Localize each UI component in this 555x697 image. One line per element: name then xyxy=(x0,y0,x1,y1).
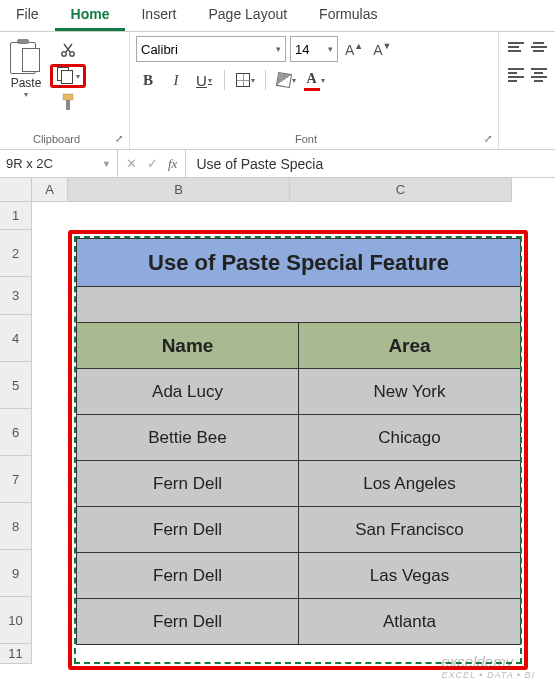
row-header[interactable]: 5 xyxy=(0,362,32,409)
tab-home[interactable]: Home xyxy=(55,0,126,31)
table-row: Fern DellLos Angeles xyxy=(77,461,521,507)
italic-button[interactable]: I xyxy=(164,68,188,92)
svg-point-0 xyxy=(62,52,66,56)
cell-area[interactable]: San Francisco xyxy=(299,507,521,553)
cell-name[interactable]: Fern Dell xyxy=(77,553,299,599)
font-family-value: Calibri xyxy=(141,42,178,57)
clipboard-group-label: Clipboard ⤢ xyxy=(6,133,123,147)
row-header[interactable]: 8 xyxy=(0,503,32,550)
cell-name[interactable]: Fern Dell xyxy=(77,461,299,507)
font-color-icon: A xyxy=(306,71,316,86)
cell-area[interactable]: Los Angeles xyxy=(299,461,521,507)
paste-button[interactable]: Paste ▾ xyxy=(6,36,46,114)
header-name[interactable]: Name xyxy=(77,323,299,369)
cell-area[interactable]: Atlanta xyxy=(299,599,521,645)
tab-file[interactable]: File xyxy=(0,0,55,31)
enter-formula-icon[interactable]: ✓ xyxy=(147,156,158,171)
fill-color-button[interactable]: ▾ xyxy=(274,68,298,92)
row-header[interactable]: 6 xyxy=(0,409,32,456)
data-table: Use of Paste Special Feature Name Area A… xyxy=(76,238,521,645)
chevron-down-icon: ▾ xyxy=(208,76,212,85)
table-row: Bettie BeeChicago xyxy=(77,415,521,461)
align-center-button[interactable] xyxy=(528,64,549,86)
chevron-down-icon: ▾ xyxy=(251,76,255,85)
row-header[interactable]: 2 xyxy=(0,230,32,277)
col-header-b[interactable]: B xyxy=(68,178,290,202)
font-family-combo[interactable]: Calibri ▾ xyxy=(136,36,286,62)
row-header[interactable]: 10 xyxy=(0,597,32,644)
brush-icon xyxy=(60,93,76,111)
table-blank-row[interactable] xyxy=(77,287,521,323)
font-launcher-icon[interactable]: ⤢ xyxy=(484,133,492,144)
table-row: Fern DellSan Francisco xyxy=(77,507,521,553)
align-left-button[interactable] xyxy=(505,64,526,86)
row-header[interactable]: 7 xyxy=(0,456,32,503)
table-row: Fern DellLas Vegas xyxy=(77,553,521,599)
worksheet[interactable]: A B C 1 2 3 4 5 6 7 8 9 10 11 Use of Pas… xyxy=(0,178,555,697)
column-headers: A B C xyxy=(32,178,512,202)
cell-name[interactable]: Ada Lucy xyxy=(77,369,299,415)
row-header[interactable]: 1 xyxy=(0,202,32,230)
font-group-label: Font ⤢ xyxy=(136,133,492,147)
cell-area[interactable]: Chicago xyxy=(299,415,521,461)
paste-dropdown-icon[interactable]: ▾ xyxy=(24,90,28,99)
scissors-icon xyxy=(60,42,76,58)
col-header-c[interactable]: C xyxy=(290,178,512,202)
col-header-a[interactable]: A xyxy=(32,178,68,202)
chevron-down-icon: ▾ xyxy=(321,76,325,85)
svg-rect-3 xyxy=(66,100,70,110)
table-row: Fern DellAtlanta xyxy=(77,599,521,645)
copy-icon xyxy=(57,67,75,85)
table-title[interactable]: Use of Paste Special Feature xyxy=(77,239,521,287)
group-font: Calibri ▾ 14 ▾ A▲ A▼ B I U▾ ▾ ▾ xyxy=(130,32,499,149)
underline-button[interactable]: U▾ xyxy=(192,68,216,92)
shrink-font-button[interactable]: A▼ xyxy=(370,41,394,58)
font-size-combo[interactable]: 14 ▾ xyxy=(290,36,338,62)
chevron-down-icon: ▾ xyxy=(324,44,333,54)
copy-dropdown-icon[interactable]: ▾ xyxy=(76,72,80,81)
formula-input[interactable]: Use of Paste Specia xyxy=(186,150,555,177)
svg-rect-2 xyxy=(63,94,73,100)
name-box[interactable]: 9R x 2C ▼ xyxy=(0,150,118,177)
borders-icon xyxy=(236,73,250,87)
row-header[interactable]: 3 xyxy=(0,277,32,315)
align-left-icon xyxy=(508,66,524,84)
header-area[interactable]: Area xyxy=(299,323,521,369)
chevron-down-icon: ▾ xyxy=(292,76,296,85)
fill-icon xyxy=(275,72,291,88)
align-middle-icon xyxy=(531,40,547,54)
bold-button[interactable]: B xyxy=(136,68,160,92)
cell-area[interactable]: New York xyxy=(299,369,521,415)
format-painter-button[interactable] xyxy=(50,90,86,114)
copy-button[interactable]: ▾ xyxy=(50,64,86,88)
group-clipboard: Paste ▾ ▾ Clipboard ⤢ xyxy=(0,32,130,149)
tab-page-layout[interactable]: Page Layout xyxy=(192,0,303,31)
cancel-formula-icon[interactable]: ✕ xyxy=(126,156,137,171)
group-alignment xyxy=(499,32,555,149)
cell-area[interactable]: Las Vegas xyxy=(299,553,521,599)
row-header[interactable]: 4 xyxy=(0,315,32,362)
menu-bar: File Home Insert Page Layout Formulas xyxy=(0,0,555,32)
fx-icon[interactable]: fx xyxy=(168,156,177,172)
font-size-value: 14 xyxy=(295,42,309,57)
row-header[interactable]: 9 xyxy=(0,550,32,597)
select-all-corner[interactable] xyxy=(0,178,32,202)
cut-button[interactable] xyxy=(50,38,86,62)
borders-button[interactable]: ▾ xyxy=(233,68,257,92)
clipboard-launcher-icon[interactable]: ⤢ xyxy=(115,133,123,144)
table-row: Ada LucyNew York xyxy=(77,369,521,415)
tab-formulas[interactable]: Formulas xyxy=(303,0,393,31)
grow-font-button[interactable]: A▲ xyxy=(342,41,366,58)
tab-insert[interactable]: Insert xyxy=(125,0,192,31)
ribbon: Paste ▾ ▾ Clipboard ⤢ xyxy=(0,32,555,150)
name-box-value: 9R x 2C xyxy=(6,156,53,171)
font-color-button[interactable]: A ▾ xyxy=(302,68,326,92)
paste-label: Paste xyxy=(11,76,42,90)
cell-name[interactable]: Bettie Bee xyxy=(77,415,299,461)
align-top-button[interactable] xyxy=(505,36,526,58)
row-headers: 1 2 3 4 5 6 7 8 9 10 11 xyxy=(0,202,32,664)
cell-name[interactable]: Fern Dell xyxy=(77,599,299,645)
cell-name[interactable]: Fern Dell xyxy=(77,507,299,553)
align-middle-button[interactable] xyxy=(528,36,549,58)
row-header[interactable]: 11 xyxy=(0,644,32,664)
